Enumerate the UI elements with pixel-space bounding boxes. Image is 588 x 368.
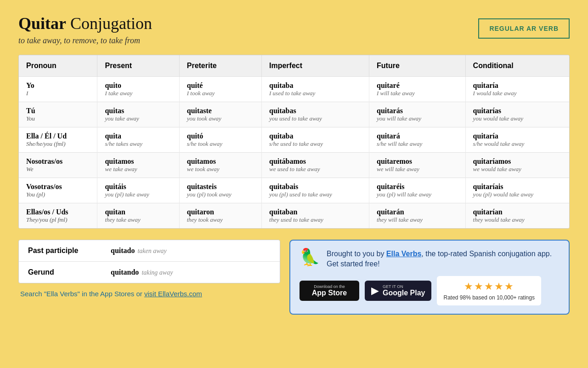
cell-future: quitaréis you (pl) will take away	[369, 178, 466, 203]
col-conditional: Conditional	[465, 55, 569, 77]
cell-present: quito I take away	[97, 77, 179, 102]
cell-preterite: quitamos we took away	[179, 153, 261, 178]
table-row: Yo I quito I take away quité I took away…	[19, 77, 569, 102]
page-title: Quitar Conjugation	[18, 14, 152, 33]
ella-verbs-link[interactable]: visit EllaVerbs.com	[144, 290, 202, 298]
cell-pronoun: Tú You	[19, 102, 97, 127]
table-row: Ellas/os / Uds They/you (pl fml) quitan …	[19, 203, 569, 229]
cell-pronoun: Ella / Él / Ud She/he/you (fml)	[19, 127, 97, 153]
rating-text: Rated 98% based on 10,000+ ratings	[443, 294, 534, 301]
search-text: Search "Ella Verbs" in the App Stores or…	[18, 290, 280, 298]
cell-preterite: quitaste you took away	[179, 102, 261, 127]
cell-present: quitas you take away	[97, 102, 179, 127]
rating-box: ★★★★★ Rated 98% based on 10,000+ ratings	[437, 276, 541, 305]
cell-conditional: quitaría I would take away	[465, 77, 569, 102]
cell-conditional: quitaríais you (pl) would take away	[465, 178, 569, 203]
cell-present: quitamos we take away	[97, 153, 179, 178]
cell-present: quitan they take away	[97, 203, 179, 229]
title-plain: Conjugation	[70, 14, 152, 33]
cell-pronoun: Nosotras/os We	[19, 153, 97, 178]
play-icon: ▶	[371, 285, 379, 297]
cell-preterite: quitasteis you (pl) took away	[179, 178, 261, 203]
cell-preterite: quitaron they took away	[179, 203, 261, 229]
promo-box: 🦜 Brought to you by Ella Verbs, the top-…	[289, 240, 570, 315]
cell-future: quitaremos we will take away	[369, 153, 466, 178]
table-header: Pronoun Present Preterite Imperfect Futu…	[19, 55, 569, 77]
cell-future: quitaré I will take away	[369, 77, 466, 102]
search-before: Search "Ella Verbs" in the App Stores or	[20, 290, 144, 298]
table-row: Tú You quitas you take away quitaste you…	[19, 102, 569, 127]
past-participle-label: Past participle	[28, 247, 111, 255]
cell-pronoun: Vosotras/os You (pl)	[19, 178, 97, 203]
cell-imperfect: quitabas you used to take away	[262, 102, 369, 127]
past-participle-value: quitadotaken away	[111, 247, 167, 255]
cell-future: quitarán they will take away	[369, 203, 466, 229]
table-row: Nosotras/os We quitamos we take away qui…	[19, 153, 569, 178]
cell-conditional: quitarían they would take away	[465, 203, 569, 229]
promo-text-before: Brought to you by	[327, 250, 386, 258]
app-store-main: App Store	[306, 289, 353, 297]
gerund-value: quitandotaking away	[111, 268, 173, 276]
cell-pronoun: Yo I	[19, 77, 97, 102]
google-play-button[interactable]: ▶ GET IT ON Google Play	[365, 281, 431, 301]
promo-text: Brought to you by Ella Verbs, the top-ra…	[327, 249, 560, 270]
cell-conditional: quitaría s/he would take away	[465, 127, 569, 153]
cell-future: quitará s/he will take away	[369, 127, 466, 153]
table-row: Ella / Él / Ud She/he/you (fml) quita s/…	[19, 127, 569, 153]
cell-conditional: quitarías you would take away	[465, 102, 569, 127]
page-subtitle: to take away, to remove, to take from	[18, 36, 152, 46]
promo-header: 🦜 Brought to you by Ella Verbs, the top-…	[300, 249, 560, 270]
promo-icon: 🦜	[300, 249, 320, 265]
cell-pronoun: Ellas/os / Uds They/you (pl fml)	[19, 203, 97, 229]
cell-imperfect: quitaba s/he used to take away	[262, 127, 369, 153]
verb-name: Quitar	[18, 14, 66, 33]
table-row: Vosotras/os You (pl) quitáis you (pl) ta…	[19, 178, 569, 203]
bottom-section: Past participle quitadotaken away Gerund…	[18, 240, 570, 315]
star-rating: ★★★★★	[443, 281, 534, 293]
cell-preterite: quitó s/he took away	[179, 127, 261, 153]
ella-verbs-brand-link[interactable]: Ella Verbs	[386, 250, 422, 258]
col-imperfect: Imperfect	[262, 55, 369, 77]
gerund-row: Gerund quitandotaking away	[19, 262, 280, 283]
promo-buttons: Download on the App Store ▶ GET IT ON Go…	[300, 276, 560, 305]
google-play-sub: GET IT ON	[383, 284, 425, 289]
conjugation-table-wrapper: Pronoun Present Preterite Imperfect Futu…	[18, 55, 570, 229]
cell-conditional: quitaríamos we would take away	[465, 153, 569, 178]
cell-preterite: quité I took away	[179, 77, 261, 102]
cell-imperfect: quitábamos we used to take away	[262, 153, 369, 178]
cell-imperfect: quitaban they used to take away	[262, 203, 369, 229]
google-play-main: Google Play	[383, 289, 425, 297]
cell-present: quitáis you (pl) take away	[97, 178, 179, 203]
col-future: Future	[369, 55, 466, 77]
table-body: Yo I quito I take away quité I took away…	[19, 77, 569, 229]
col-preterite: Preterite	[179, 55, 261, 77]
cell-imperfect: quitabais you (pl) used to take away	[262, 178, 369, 203]
title-block: Quitar Conjugation to take away, to remo…	[18, 14, 152, 46]
page-header: Quitar Conjugation to take away, to remo…	[18, 14, 570, 46]
app-store-sub: Download on the	[306, 284, 353, 289]
conjugation-table: Pronoun Present Preterite Imperfect Futu…	[19, 55, 569, 228]
participle-table: Past participle quitadotaken away Gerund…	[18, 240, 280, 283]
app-store-button[interactable]: Download on the App Store	[300, 281, 359, 301]
past-participle-row: Past participle quitadotaken away	[19, 240, 280, 262]
google-play-text: GET IT ON Google Play	[383, 284, 425, 297]
cell-imperfect: quitaba I used to take away	[262, 77, 369, 102]
cell-future: quitarás you will take away	[369, 102, 466, 127]
cell-present: quita s/he takes away	[97, 127, 179, 153]
col-present: Present	[97, 55, 179, 77]
gerund-label: Gerund	[28, 268, 111, 276]
verb-badge: REGULAR AR VERB	[478, 18, 570, 39]
col-pronoun: Pronoun	[19, 55, 97, 77]
